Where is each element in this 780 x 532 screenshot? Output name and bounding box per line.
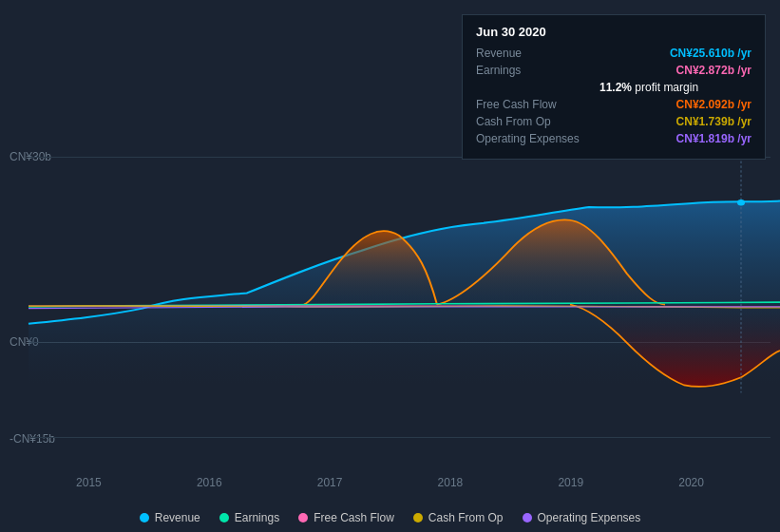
tooltip-label-revenue: Revenue <box>476 47 599 60</box>
x-labels: 2015 2016 2017 2018 2019 2020 <box>0 476 780 489</box>
legend-dot-earnings <box>219 513 229 522</box>
legend-dot-operating-expenses <box>523 513 532 522</box>
legend-label-free-cash-flow: Free Cash Flow <box>314 511 394 524</box>
legend-label-earnings: Earnings <box>235 511 279 524</box>
x-label-2019: 2019 <box>558 476 583 489</box>
profit-margin: 11.2% profit margin <box>476 81 751 94</box>
tooltip-label-earnings: Earnings <box>476 64 599 77</box>
x-label-2018: 2018 <box>438 476 464 489</box>
legend-item-cash-from-op[interactable]: Cash From Op <box>413 511 504 524</box>
tooltip-row-op-expenses: Operating Expenses CN¥1.819b /yr <box>476 132 751 145</box>
x-label-2020: 2020 <box>678 476 704 489</box>
tooltip-label-free-cash: Free Cash Flow <box>476 98 599 111</box>
legend-item-earnings[interactable]: Earnings <box>219 511 279 524</box>
legend-label-revenue: Revenue <box>155 511 200 524</box>
tooltip-label-op-expenses: Operating Expenses <box>476 132 599 145</box>
legend-dot-free-cash-flow <box>298 513 308 522</box>
legend-item-operating-expenses[interactable]: Operating Expenses <box>523 511 641 524</box>
tooltip-value-revenue: CN¥25.610b /yr <box>670 47 751 60</box>
legend-label-cash-from-op: Cash From Op <box>428 511 504 524</box>
tooltip-box: Jun 30 2020 Revenue CN¥25.610b /yr Earni… <box>462 14 766 160</box>
chart-svg <box>0 147 780 446</box>
tooltip-row-revenue: Revenue CN¥25.610b /yr <box>476 47 751 60</box>
tooltip-label-cash-from-op: Cash From Op <box>476 115 599 128</box>
tooltip-row-free-cash: Free Cash Flow CN¥2.092b /yr <box>476 98 751 111</box>
legend-dot-revenue <box>140 513 149 522</box>
legend-dot-cash-from-op <box>413 513 423 522</box>
x-label-2015: 2015 <box>76 476 102 489</box>
revenue-dot <box>737 200 745 205</box>
x-label-2017: 2017 <box>317 476 343 489</box>
tooltip-value-cash-from-op: CN¥1.739b /yr <box>676 115 751 128</box>
tooltip-value-op-expenses: CN¥1.819b /yr <box>676 132 751 145</box>
legend-label-operating-expenses: Operating Expenses <box>538 511 641 524</box>
tooltip-value-earnings: CN¥2.872b /yr <box>676 64 751 77</box>
tooltip-row-earnings: Earnings CN¥2.872b /yr <box>476 64 751 77</box>
x-label-2016: 2016 <box>197 476 222 489</box>
legend-item-revenue[interactable]: Revenue <box>140 511 200 524</box>
tooltip-row-cash-from-op: Cash From Op CN¥1.739b /yr <box>476 115 751 128</box>
tooltip-date: Jun 30 2020 <box>476 25 751 39</box>
legend-item-free-cash-flow[interactable]: Free Cash Flow <box>298 511 394 524</box>
legend: Revenue Earnings Free Cash Flow Cash Fro… <box>0 511 780 524</box>
chart-container: Jun 30 2020 Revenue CN¥25.610b /yr Earni… <box>0 0 780 532</box>
tooltip-value-free-cash: CN¥2.092b /yr <box>676 98 751 111</box>
